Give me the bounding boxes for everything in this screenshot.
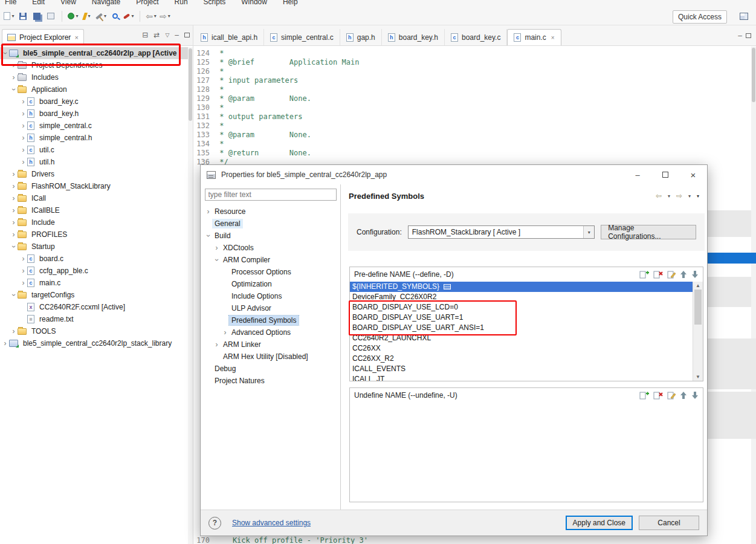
chevron-collapsed-icon[interactable]: › xyxy=(19,110,27,117)
dropdown-icon[interactable]: ▾ xyxy=(131,13,134,19)
dropdown-icon[interactable]: ▾ xyxy=(11,13,14,19)
chevron-collapsed-icon[interactable]: › xyxy=(19,255,27,262)
tree-item-app-project[interactable]: ›ble5_simple_central_cc2640r2lp_app [Act… xyxy=(0,47,193,59)
scroll-up-icon[interactable]: ▲ xyxy=(693,283,703,288)
history-back-icon[interactable]: ⇦ xyxy=(656,192,662,200)
chevron-collapsed-icon[interactable]: › xyxy=(19,122,27,129)
tab-board-key-h[interactable]: board_key.h xyxy=(382,29,445,45)
tree-item-project-dependencies[interactable]: ›Project Dependencies xyxy=(0,59,193,71)
chevron-collapsed-icon[interactable]: › xyxy=(1,340,9,347)
menu-view[interactable]: View xyxy=(60,0,76,6)
collapse-all-icon[interactable]: ⊟ xyxy=(142,31,148,39)
editor-scrollbar[interactable] xyxy=(751,47,756,544)
console-button[interactable] xyxy=(45,10,57,23)
view-menu-icon[interactable]: ▾ xyxy=(697,193,699,199)
edit-symbol-icon[interactable] xyxy=(667,391,676,400)
minimize-view-icon[interactable]: – xyxy=(175,31,179,39)
props-item-optimization[interactable]: Optimization xyxy=(201,278,340,290)
show-advanced-settings-link[interactable]: Show advanced settings xyxy=(232,519,311,527)
tab-gap-h[interactable]: gap.h xyxy=(340,29,382,45)
analyze-button[interactable]: ▾ xyxy=(123,10,135,23)
chevron-collapsed-icon[interactable]: › xyxy=(213,341,221,348)
back-button[interactable]: ⇦▾ xyxy=(145,10,157,23)
chevron-expanded-icon[interactable]: › xyxy=(213,256,221,264)
tree-item-profiles[interactable]: ›PROFILES xyxy=(0,228,193,241)
debug-button[interactable]: ▾ xyxy=(67,10,79,23)
menu-window[interactable]: Window xyxy=(241,0,267,6)
tree-item-util-h[interactable]: ›util.h xyxy=(0,156,193,168)
props-item-resource[interactable]: ›Resource xyxy=(201,206,340,218)
history-forward-icon[interactable]: ⇨ xyxy=(676,192,682,200)
menu-run[interactable]: Run xyxy=(175,0,188,6)
tree-item-stack-library-project[interactable]: ›ble5_simple_central_cc2640r2lp_stack_li… xyxy=(0,337,193,349)
dropdown-icon[interactable]: ▾ xyxy=(76,13,78,19)
chevron-collapsed-icon[interactable]: › xyxy=(19,158,27,166)
tab-board-key-c[interactable]: board_key.c xyxy=(445,29,507,45)
dialog-titlebar[interactable]: Properties for ble5_simple_central_cc264… xyxy=(201,165,707,184)
chevron-collapsed-icon[interactable]: › xyxy=(10,183,18,190)
props-item-predefined-symbols[interactable]: Predefined Symbols xyxy=(201,314,340,326)
delete-symbol-icon[interactable] xyxy=(653,391,663,400)
props-item-arm-linker[interactable]: ›ARM Linker xyxy=(201,338,340,351)
tree-item-targetconfigs[interactable]: ›targetConfigs xyxy=(0,289,193,301)
explorer-scrollbar[interactable] xyxy=(188,47,193,544)
predefine-list[interactable]: ${INHERITED_SYMBOLS} DeviceFamily_CC26X0… xyxy=(350,282,693,381)
props-item-build[interactable]: ›Build xyxy=(201,230,340,242)
chevron-collapsed-icon[interactable]: › xyxy=(221,329,229,336)
chevron-expanded-icon[interactable]: › xyxy=(10,291,18,299)
move-down-icon[interactable] xyxy=(691,391,699,400)
props-item-arm-hex-utility[interactable]: ARM Hex Utility [Disabled] xyxy=(201,351,340,363)
maximize-editor-icon[interactable] xyxy=(746,33,751,38)
forward-button[interactable]: ⇨▾ xyxy=(159,10,171,23)
tree-item-board-key-c[interactable]: ›board_key.c xyxy=(0,96,193,108)
chevron-down-icon[interactable]: ▾ xyxy=(583,226,594,238)
dropdown-icon[interactable]: ▾ xyxy=(688,193,691,199)
chevron-collapsed-icon[interactable]: › xyxy=(10,74,18,81)
undefine-list[interactable] xyxy=(350,403,693,502)
apply-and-close-button[interactable]: Apply and Close xyxy=(566,516,633,530)
tree-item-util-c[interactable]: ›util.c xyxy=(0,144,193,156)
tree-item-board-c[interactable]: ›board.c xyxy=(0,253,193,265)
search-button[interactable] xyxy=(109,10,121,23)
list-item[interactable]: CC26XX xyxy=(350,343,693,354)
maximize-button[interactable] xyxy=(651,165,679,184)
chevron-collapsed-icon[interactable]: › xyxy=(10,207,18,214)
close-icon[interactable]: × xyxy=(551,34,555,41)
tree-item-simple-central-c[interactable]: ›simple_central.c xyxy=(0,120,193,132)
props-item-include-options[interactable]: Include Options xyxy=(201,290,340,302)
tree-item-flashrom-stacklibrary[interactable]: ›FlashROM_StackLibrary xyxy=(0,180,193,192)
tab-main-c[interactable]: main.c× xyxy=(507,29,561,45)
close-button[interactable]: × xyxy=(679,165,707,184)
list-item[interactable]: CC26XX_R2 xyxy=(350,354,693,364)
tree-item-readme-txt[interactable]: readme.txt xyxy=(0,313,193,325)
dropdown-icon[interactable]: ▾ xyxy=(168,13,170,19)
tab-simple-central-c[interactable]: simple_central.c xyxy=(264,29,340,45)
scroll-down-icon[interactable]: ▼ xyxy=(693,374,703,380)
list-item[interactable]: BOARD_DISPLAY_USE_LCD=0 xyxy=(350,302,693,312)
move-up-icon[interactable] xyxy=(680,391,687,400)
manage-configurations-button[interactable]: Manage Configurations... xyxy=(601,225,696,239)
view-menu-icon[interactable]: ▽ xyxy=(165,32,169,38)
menu-scripts[interactable]: Scripts xyxy=(204,0,226,6)
list-item[interactable]: BOARD_DISPLAY_USE_UART=1 xyxy=(350,312,693,323)
tree-item-cc2640r2f-ccxml[interactable]: CC2640R2F.ccxml [Active] xyxy=(0,301,193,313)
dropdown-icon[interactable]: ▾ xyxy=(104,13,106,19)
chevron-collapsed-icon[interactable]: › xyxy=(19,267,27,274)
save-button[interactable] xyxy=(17,10,29,23)
minimize-editor-icon[interactable]: – xyxy=(738,31,742,40)
list-item[interactable]: ICALL_JT xyxy=(350,374,693,381)
tree-item-drivers[interactable]: ›Drivers xyxy=(0,168,193,180)
props-item-debug[interactable]: Debug xyxy=(201,363,340,375)
tab-icall-ble-api-h[interactable]: icall_ble_api.h xyxy=(195,29,264,45)
tree-item-ccfg-app-ble-c[interactable]: ›ccfg_app_ble.c xyxy=(0,265,193,277)
chevron-collapsed-icon[interactable]: › xyxy=(204,208,212,215)
build-button[interactable]: ▾ xyxy=(95,10,107,23)
tree-item-include[interactable]: ›Include xyxy=(0,216,193,228)
chevron-collapsed-icon[interactable]: › xyxy=(213,244,221,251)
props-item-ulp-advisor[interactable]: ULP Advisor xyxy=(201,302,340,314)
predefine-scrollbar[interactable]: ▲ ▼ xyxy=(693,282,703,381)
chevron-collapsed-icon[interactable]: › xyxy=(10,62,18,69)
chevron-collapsed-icon[interactable]: › xyxy=(19,279,27,287)
scrollbar-thumb[interactable] xyxy=(752,48,755,102)
cancel-button[interactable]: Cancel xyxy=(639,516,699,530)
